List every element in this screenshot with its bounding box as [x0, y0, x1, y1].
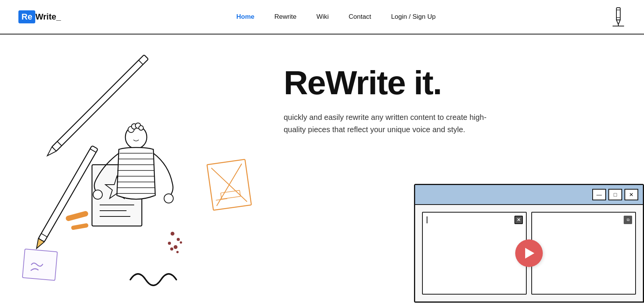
hero-subtitle: quickly and easily rewrite any written c… [284, 111, 498, 136]
svg-point-34 [139, 126, 143, 130]
logo-write: Write [35, 12, 56, 22]
pen-icon [611, 7, 626, 27]
navbar: Re Write _ Home Rewrite Wiki Contact Log… [0, 0, 644, 34]
svg-rect-7 [71, 223, 89, 230]
svg-point-20 [176, 251, 179, 253]
nav-home[interactable]: Home [237, 13, 255, 20]
maximize-button[interactable]: □ [608, 189, 622, 200]
logo-re: Re [18, 10, 35, 23]
svg-rect-6 [65, 210, 89, 221]
svg-point-14 [171, 232, 174, 236]
svg-marker-1 [616, 20, 620, 25]
copy-icon[interactable]: ⧉ [624, 216, 632, 224]
clear-icon[interactable]: ✕ [514, 216, 523, 224]
logo[interactable]: Re Write _ [18, 10, 61, 23]
minimize-button[interactable]: — [592, 189, 606, 200]
svg-rect-8 [22, 249, 57, 280]
play-triangle-icon [525, 248, 534, 259]
text-cursor [427, 216, 427, 223]
hero-illustration [0, 34, 261, 303]
x-label: ✕ [517, 217, 521, 223]
nav-links: Home Rewrite Wiki Contact Login / Sign U… [237, 13, 436, 21]
hero-title: ReWrite it. [284, 65, 644, 100]
play-button[interactable] [515, 239, 543, 267]
logo-cursor: _ [56, 12, 61, 22]
nav-rewrite[interactable]: Rewrite [274, 13, 297, 20]
window-titlebar: — □ ✕ [415, 185, 643, 205]
close-button[interactable]: ✕ [624, 189, 638, 200]
nav-right [611, 7, 626, 27]
copy-label: ⧉ [627, 218, 629, 222]
input-panel[interactable]: ✕ [422, 212, 527, 295]
hero-content: ReWrite it. quickly and easily rewrite a… [261, 34, 644, 136]
svg-rect-45 [38, 146, 98, 242]
window-body: ✕ ⧉ [415, 205, 643, 301]
svg-point-17 [174, 245, 177, 249]
svg-point-16 [168, 242, 171, 245]
svg-point-18 [180, 241, 182, 244]
svg-point-15 [177, 238, 180, 241]
svg-point-19 [170, 247, 173, 251]
nav-wiki[interactable]: Wiki [316, 13, 329, 20]
svg-point-43 [93, 190, 102, 199]
output-panel: ⧉ [531, 212, 636, 295]
hero-section: ReWrite it. quickly and easily rewrite a… [0, 34, 644, 303]
nav-contact[interactable]: Contact [349, 13, 371, 20]
window-mockup: — □ ✕ ✕ ⧉ [414, 184, 644, 303]
nav-login-signup[interactable]: Login / Sign Up [391, 13, 435, 20]
svg-rect-0 [616, 8, 620, 20]
svg-point-44 [164, 194, 173, 203]
